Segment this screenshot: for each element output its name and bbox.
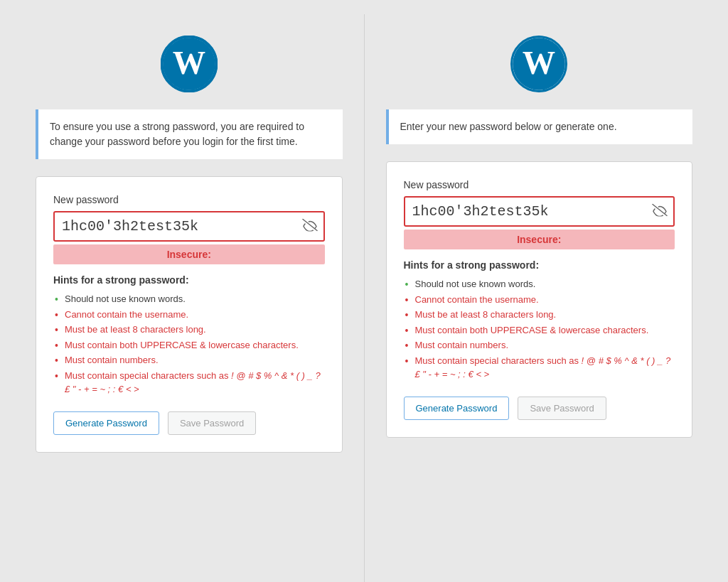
generate-password-button-left[interactable]: Generate Password <box>53 411 159 435</box>
card-right: New password Insecure: Hints for a stron… <box>386 161 693 438</box>
password-toggle-right[interactable] <box>652 203 668 220</box>
hint-item-right-2: Must be at least 8 characters long. <box>404 307 675 323</box>
field-label-right: New password <box>404 179 675 190</box>
hint-item-left-0: Should not use known words. <box>53 291 325 307</box>
svg-text:W: W <box>173 45 205 81</box>
hint-item-right-1: Cannot contain the username. <box>404 292 675 308</box>
password-input-left[interactable] <box>53 211 325 242</box>
hint-item-left-3: Must contain both UPPERCASE & lowercase … <box>53 338 325 353</box>
right-panel: W Enter your new password below or gener… <box>365 14 714 582</box>
card-left: New password Insecure: Hints for a stron… <box>36 176 343 453</box>
strength-badge-right: Insecure: <box>404 230 675 249</box>
wordpress-logo-right: W <box>510 36 567 92</box>
hint-item-left-2: Must be at least 8 characters long. <box>53 322 325 338</box>
left-panel: W To ensure you use a strong password, y… <box>14 14 365 582</box>
svg-text:W: W <box>523 45 555 81</box>
buttons-row-right: Generate Password Save Password <box>404 397 675 420</box>
wordpress-logo-left: W <box>161 36 218 92</box>
hint-item-right-0: Should not use known words. <box>404 276 675 292</box>
notice-box-left: To ensure you use a strong password, you… <box>36 109 343 159</box>
generate-password-button-right[interactable]: Generate Password <box>404 397 510 420</box>
hints-title-left: Hints for a strong password: <box>53 274 325 286</box>
buttons-row-left: Generate Password Save Password <box>53 411 325 435</box>
hint-item-left-5: Must contain special characters such as … <box>53 368 325 397</box>
save-password-button-left: Save Password <box>168 411 256 435</box>
hint-item-right-3: Must contain both UPPERCASE & lowercase … <box>404 323 675 338</box>
hints-title-right: Hints for a strong password: <box>404 259 675 271</box>
hint-item-right-4: Must contain numbers. <box>404 338 675 353</box>
hint-item-left-1: Cannot contain the username. <box>53 307 325 323</box>
password-input-right[interactable] <box>404 196 675 227</box>
hint-item-right-5: Must contain special characters such as … <box>404 353 675 382</box>
hints-list-left: Should not use known words. Cannot conta… <box>53 291 325 397</box>
hints-list-right: Should not use known words. Cannot conta… <box>404 276 675 382</box>
notice-box-right: Enter your new password below or generat… <box>386 109 693 144</box>
notice-text-right: Enter your new password below or generat… <box>400 121 617 132</box>
password-input-wrapper-right <box>404 196 675 227</box>
save-password-button-right: Save Password <box>518 397 606 420</box>
page-wrapper: W To ensure you use a strong password, y… <box>14 14 714 582</box>
strength-badge-left: Insecure: <box>53 244 325 264</box>
field-label-left: New password <box>53 194 325 205</box>
notice-text-left: To ensure you use a strong password, you… <box>50 121 304 147</box>
password-toggle-left[interactable] <box>302 218 318 235</box>
hint-item-left-4: Must contain numbers. <box>53 352 325 368</box>
password-input-wrapper-left <box>53 211 325 242</box>
